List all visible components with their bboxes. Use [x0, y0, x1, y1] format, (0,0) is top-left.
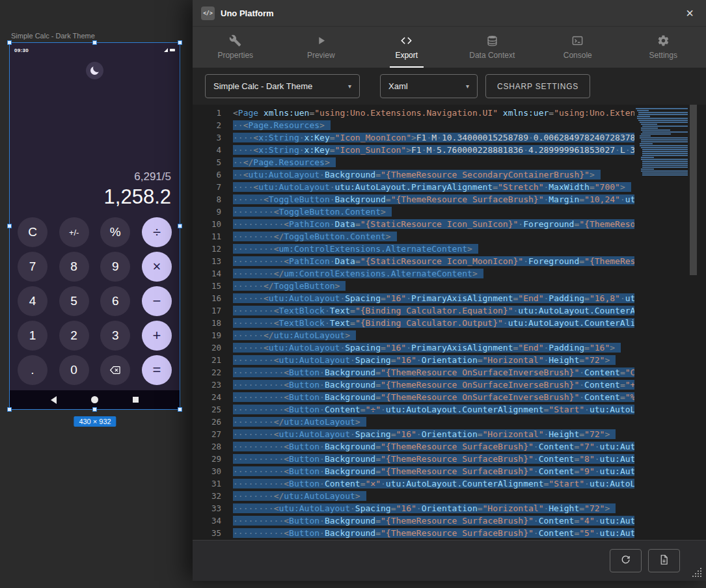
title-bar[interactable]: </> Uno Platform × [193, 0, 706, 26]
theme-toggle-button[interactable] [86, 62, 103, 79]
tab-console[interactable]: Console [535, 27, 621, 68]
line-number[interactable]: 10 [193, 218, 221, 230]
selection-handle[interactable] [7, 224, 12, 228]
selection-handle[interactable] [178, 407, 182, 412]
phone-preview[interactable]: 09:30 6,291/5 1,258.2 C+/-%÷789×456−123+… [10, 43, 180, 409]
code-line[interactable]: ········</utu:AutoLayout> [233, 416, 634, 428]
refresh-button[interactable] [610, 549, 642, 572]
key-7[interactable]: 7 [18, 252, 48, 282]
code-line[interactable]: ······<utu:AutoLayout·Spacing="16"·Prima… [233, 292, 634, 304]
key-3[interactable]: 3 [100, 321, 130, 351]
code-line[interactable]: ··········<Button·Background="{ThemeReso… [233, 391, 634, 403]
line-number[interactable]: 2 [193, 119, 221, 131]
home-icon[interactable] [91, 396, 98, 403]
line-number[interactable]: 29 [193, 453, 221, 465]
key-=[interactable]: = [142, 355, 172, 385]
line-number[interactable]: 21 [193, 354, 221, 366]
line-number[interactable]: 28 [193, 440, 221, 453]
code-line[interactable]: ··<Page.Resources> [233, 119, 634, 131]
code-line[interactable]: ········<TextBlock·Text="{Binding Calcul… [233, 317, 634, 329]
selection-handle[interactable] [178, 40, 182, 45]
selection-handle[interactable] [92, 407, 97, 412]
code-line[interactable]: ······<utu:AutoLayout·Spacing="16"·Prima… [233, 341, 634, 354]
code-line[interactable]: ··········<Button·Background="{ThemeReso… [233, 465, 634, 477]
minimap[interactable] [636, 108, 689, 176]
key-4[interactable]: 4 [18, 286, 48, 316]
line-number[interactable]: 32 [193, 490, 221, 502]
line-number[interactable]: 24 [193, 391, 221, 403]
artboard-label[interactable]: Simple Calc - Dark Theme [11, 32, 95, 40]
line-number[interactable]: 5 [193, 156, 221, 168]
code-line[interactable]: ········<um:ControlExtensions.AlternateC… [233, 243, 634, 255]
code-line[interactable]: ········</um:ControlExtensions.Alternate… [233, 267, 634, 280]
code-line[interactable]: ··········<Button·Background="{ThemeReso… [233, 453, 634, 465]
code-line[interactable]: ··········<PathIcon·Data="{StaticResourc… [233, 218, 634, 230]
line-number[interactable]: 1 [193, 107, 221, 119]
key-%[interactable]: % [100, 217, 130, 247]
key-5[interactable]: 5 [59, 286, 89, 316]
tab-data-context[interactable]: Data Context [450, 27, 536, 68]
code-line[interactable]: ··········<PathIcon·Data="{StaticResourc… [233, 255, 634, 267]
code-line[interactable]: ··········<Button·Background="{ThemeReso… [233, 514, 634, 527]
code-line[interactable]: ··<utu:AutoLayout·Background="{ThemeReso… [233, 168, 634, 181]
key-1[interactable]: 1 [18, 321, 48, 351]
line-number[interactable]: 7 [193, 181, 221, 193]
selection-handle[interactable] [92, 40, 97, 45]
key-C[interactable]: C [18, 217, 48, 247]
tab-preview[interactable]: Preview [278, 27, 364, 68]
code-line[interactable]: ········<utu:AutoLayout·Spacing="16"·Ori… [233, 428, 634, 440]
code-line[interactable]: ········<TextBlock·Text="{Binding Calcul… [233, 304, 634, 317]
page-select[interactable]: Simple Calc - Dark Theme ▾ [205, 74, 360, 98]
selection-handle[interactable] [7, 40, 12, 45]
line-number[interactable]: 16 [193, 292, 221, 304]
key-×[interactable]: × [142, 252, 172, 282]
back-icon[interactable] [51, 396, 57, 404]
key-+[interactable]: + [142, 321, 172, 351]
code-line[interactable]: ··········<Button·Background="{ThemeReso… [233, 527, 634, 539]
line-number[interactable]: 8 [193, 193, 221, 206]
resize-grip[interactable] [692, 568, 703, 578]
selection-handle[interactable] [7, 407, 12, 412]
code-lines[interactable]: <Page xmlns:uen="using:Uno.Extensions.Na… [221, 107, 634, 540]
code-line[interactable]: ····<x:String·x:Key="Icon_SunIcon">F1·M·… [233, 144, 634, 156]
line-number[interactable]: 27 [193, 428, 221, 440]
code-line[interactable]: ··········<Button·Background="{ThemeReso… [233, 366, 634, 379]
line-number[interactable]: 30 [193, 465, 221, 477]
tab-properties[interactable]: Properties [193, 27, 278, 68]
line-number[interactable]: 22 [193, 366, 221, 379]
key-2[interactable]: 2 [59, 321, 89, 351]
key-6[interactable]: 6 [100, 286, 130, 316]
code-line[interactable]: ········</utu:AutoLayout> [233, 490, 634, 502]
line-number[interactable]: 9 [193, 206, 221, 218]
line-number[interactable]: 26 [193, 416, 221, 428]
line-number[interactable]: 25 [193, 403, 221, 416]
code-line[interactable]: ········</ToggleButton.Content> [233, 230, 634, 243]
line-number[interactable]: 14 [193, 267, 221, 280]
key-+/-[interactable]: +/- [59, 217, 89, 247]
code-line[interactable]: ··········<Button·Content="÷"·utu:AutoLa… [233, 403, 634, 416]
code-line[interactable]: ········<utu:AutoLayout·Spacing="16"·Ori… [233, 502, 634, 514]
key-backspace[interactable] [100, 355, 130, 385]
line-number[interactable]: 11 [193, 230, 221, 243]
line-number[interactable]: 15 [193, 280, 221, 292]
tab-export[interactable]: Export [364, 27, 450, 68]
code-line[interactable]: ··</Page.Resources> [233, 156, 634, 168]
line-number[interactable]: 31 [193, 477, 221, 490]
key-.[interactable]: . [18, 355, 48, 385]
line-number[interactable]: 19 [193, 329, 221, 341]
code-line[interactable]: ······</utu:AutoLayout> [233, 329, 634, 341]
line-number[interactable]: 20 [193, 341, 221, 354]
scrollbar[interactable] [689, 105, 698, 540]
line-number[interactable]: 33 [193, 502, 221, 514]
line-number[interactable]: 13 [193, 255, 221, 267]
code-editor[interactable]: 1234567891011121314151617181920212223242… [193, 105, 706, 540]
code-line[interactable]: ··········<Button·Background="{ThemeReso… [233, 379, 634, 391]
code-line[interactable]: ····<utu:AutoLayout·utu:AutoLayout.Prima… [233, 181, 634, 193]
line-number[interactable]: 35 [193, 527, 221, 539]
line-number[interactable]: 18 [193, 317, 221, 329]
selection-handle[interactable] [178, 224, 182, 228]
line-number[interactable]: 3 [193, 131, 221, 144]
line-number[interactable]: 23 [193, 379, 221, 391]
scrollbar-thumb[interactable] [690, 105, 697, 275]
code-line[interactable]: ······<ToggleButton·Background="{ThemeRe… [233, 193, 634, 206]
